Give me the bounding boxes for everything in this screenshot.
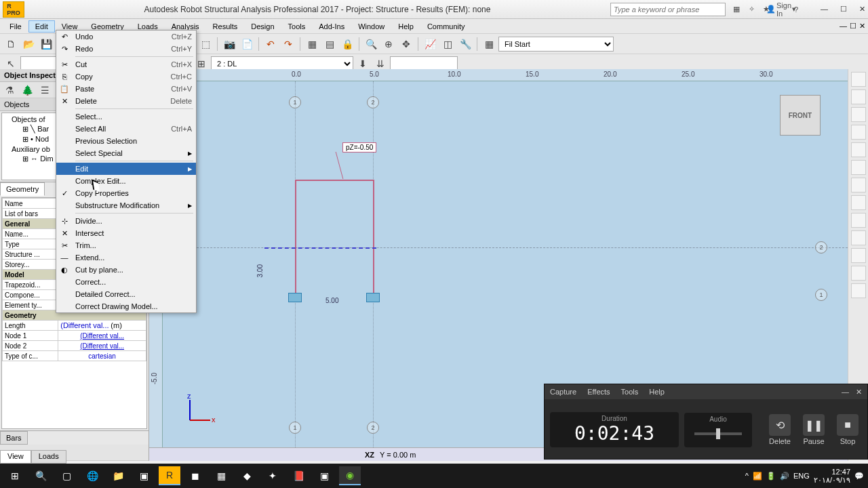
rtb-icon[interactable] [851,213,866,228]
camtasia-icon[interactable]: ◉ [339,466,361,485]
menu-item-intersect[interactable]: ✕Intersect [56,227,196,239]
tab-geometry[interactable]: Geometry [0,182,45,196]
report-icon[interactable]: 📄 [239,36,255,52]
rtb-icon[interactable] [851,142,866,157]
minimize-panel-icon[interactable]: — [840,22,847,30]
layout-combo[interactable]: Fil Start [498,37,614,52]
rtb-icon[interactable] [851,178,866,192]
start-button[interactable]: ⊞ [4,466,26,485]
redo-icon[interactable]: ↷ [280,36,296,52]
tray-up-icon[interactable]: ^ [745,472,749,480]
system-tray[interactable]: ^ 📶 🔋 🔊 ENG 12:47 ٢٠١٨/٠٩/١٩ 💬 [745,468,864,484]
menu-window[interactable]: Window [351,20,391,33]
rtb-icon[interactable] [851,125,866,140]
app-icon[interactable]: ▣ [313,466,335,485]
recorder-delete-button[interactable]: ⟲Delete [766,414,794,445]
menu-help[interactable]: Help [391,20,420,33]
app-icon[interactable]: ✦ [262,466,283,485]
rtb-icon[interactable] [851,230,866,245]
menu-item-edit[interactable]: Edit▶ [56,163,196,175]
menu-item-select-all[interactable]: Select AllCtrl+A [56,123,196,135]
recorder-pause-button[interactable]: ❚❚Pause [800,414,828,445]
menu-item-copy[interactable]: ⎘CopyCtrl+C [56,70,196,83]
menu-item-undo[interactable]: ↶UndoCtrl+Z [56,30,196,43]
menu-design[interactable]: Design [244,20,281,33]
rtb-icon[interactable] [851,89,866,104]
clock[interactable]: 12:47 ٢٠١٨/٠٩/١٩ [814,468,850,484]
rtb-icon[interactable] [851,248,866,263]
recorder-close-icon[interactable]: ✕ [856,388,862,396]
tab-loads[interactable]: Loads [31,450,66,464]
menu-item-divide-[interactable]: ⊹Divide... [56,215,196,227]
taskview-icon[interactable]: ▢ [56,466,77,485]
app-icon[interactable]: 📕 [288,466,309,485]
save-icon[interactable]: 💾 [38,36,54,52]
support-1[interactable] [288,293,302,302]
list-icon[interactable]: ☰ [37,82,53,98]
menu-item-redo[interactable]: ↷RedoCtrl+Y [56,43,196,55]
menu-item-extend-[interactable]: —Extend... [56,251,196,264]
star-outline-icon[interactable]: ✧ [746,4,757,15]
tab-view[interactable]: View [0,450,31,464]
new-icon[interactable]: 🗋 [3,36,19,52]
restore-panel-icon[interactable]: ☐ [850,22,856,30]
top-beam[interactable] [295,180,373,181]
rtb-icon[interactable] [851,160,866,175]
menu-item-cut-by-plane-[interactable]: ◐Cut by plane... [56,264,196,276]
grid-icon[interactable]: ▦ [731,4,742,15]
pan-icon[interactable]: ✥ [398,36,414,52]
rtb-icon[interactable] [851,195,866,210]
tab-bars[interactable]: Bars [0,431,28,445]
menu-item-delete[interactable]: ✕DeleteDelete [56,95,196,107]
help-icon[interactable]: ? [791,4,802,15]
zoom-window-icon[interactable]: 🔍 [363,36,379,52]
3d-icon[interactable]: ◫ [439,36,456,52]
robot-icon[interactable]: R [159,466,180,485]
open-icon[interactable]: 📂 [20,36,37,52]
zoom-all-icon[interactable]: ⊕ [380,36,397,52]
search-icon[interactable]: 🔍 [30,466,52,485]
menu-edit[interactable]: Edit [28,20,55,33]
app-icon[interactable]: ◼ [184,466,206,485]
menu-tools[interactable]: Tools [281,20,313,33]
menu-item-detailed-correct-[interactable]: Detailed Correct... [56,288,196,300]
close-button[interactable]: ✕ [859,5,865,14]
menu-item-trim-[interactable]: ✂Trim... [56,239,196,251]
tree-icon[interactable]: 🌲 [19,82,35,98]
menu-item-complex-edit-[interactable]: Complex Edit... [56,175,196,187]
cap-menu-effects[interactable]: Effects [587,388,610,396]
rtb-icon[interactable] [851,72,866,87]
menu-item-select-special[interactable]: Select Special▶ [56,147,196,159]
screenshot-icon[interactable]: 📷 [221,36,237,52]
viewcube[interactable]: FRONT [780,95,821,136]
minimize-button[interactable]: — [821,5,828,14]
maximize-button[interactable]: ☐ [840,5,847,14]
menu-item-cut[interactable]: ✂CutCtrl+X [56,58,196,70]
menu-item-select-[interactable]: Select... [56,110,196,123]
beam[interactable] [264,247,376,249]
table-icon[interactable]: ▤ [321,36,338,52]
cap-menu-tools[interactable]: Tools [621,388,639,396]
select-icon[interactable]: ⬚ [197,36,214,52]
battery-icon[interactable]: 🔋 [766,472,776,481]
menu-file[interactable]: File [3,20,28,33]
menu-item-substructure-modification[interactable]: Substructure Modification▶ [56,199,196,211]
column-2[interactable] [373,180,374,295]
cap-menu-help[interactable]: Help [649,388,665,396]
recorder-stop-button[interactable]: ■Stop [833,414,862,445]
calc-icon[interactable]: ▦ [304,36,320,52]
menu-item-correct-drawing-model-[interactable]: Correct Drawing Model... [56,300,196,312]
explorer-icon[interactable]: 📁 [107,466,129,485]
network-icon[interactable]: 📶 [753,472,762,481]
cap-menu-capture[interactable]: Capture [550,388,576,396]
menu-addins[interactable]: Add-Ins [312,20,351,33]
menu-item-copy-properties[interactable]: ✓Copy Properties [56,187,196,199]
menu-item-previous-selection[interactable]: Previous Selection [56,135,196,147]
notifications-icon[interactable]: 💬 [854,472,864,481]
volume-icon[interactable]: 🔊 [780,472,789,481]
rtb-icon[interactable] [851,283,866,298]
lang-indicator[interactable]: ENG [793,472,810,480]
menu-community[interactable]: Community [420,20,472,33]
undo-icon[interactable]: ↶ [262,36,279,52]
search-input[interactable] [610,3,726,16]
